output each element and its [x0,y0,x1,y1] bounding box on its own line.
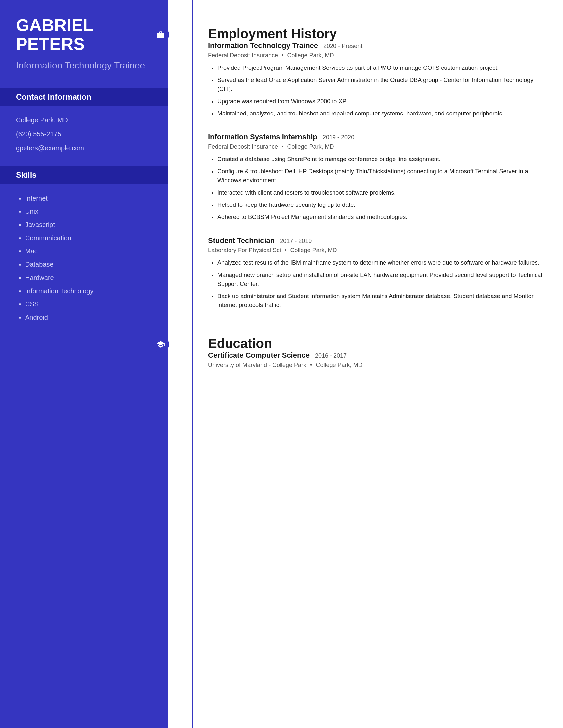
skill-item: Internet [25,194,156,203]
job-entry: Information Systems Internship 2019 - 20… [208,133,543,222]
job-dates: 2019 - 2020 [323,134,354,141]
candidate-name: GABRIEL PETERS [16,16,156,54]
job-bullet: Provided ProjectProgram Management Servi… [217,64,543,72]
contact-phone: (620) 555-2175 [16,129,156,139]
job-bullet: Analyzed test results of the IBM mainfra… [217,258,543,267]
job-bullet: Adhered to BCBSM Project Management stan… [217,213,543,222]
skills-list: Internet Unix Javascript Communication M… [16,194,156,322]
job-title: Information Systems Internship [208,133,317,141]
skill-item: Communication [25,233,156,243]
job-entry: Student Technician 2017 - 2019 Laborator… [208,236,543,310]
job-bullets: Created a database using SharePoint to m… [208,155,543,222]
education-section-title: Education [208,336,543,351]
employment-section: Employment History Information Technolog… [208,26,543,310]
skill-item: Information Technology [25,286,156,296]
job-dates: 2020 - Present [323,43,362,50]
employment-icon [152,26,169,43]
skill-item: Javascript [25,220,156,229]
edu-entry: Certificate Computer Science 2016 - 2017… [208,351,543,369]
job-title-row: Information Systems Internship 2019 - 20… [208,133,543,141]
skill-item: Android [25,313,156,322]
job-bullet: Interacted with client and testers to tr… [217,188,543,197]
sidebar: GABRIEL PETERS Information Technology Tr… [0,0,168,728]
job-bullet: Upgrade was required from Windows 2000 t… [217,97,543,106]
skill-item: Hardware [25,273,156,282]
education-icon [152,336,169,353]
skill-item: CSS [25,299,156,309]
skill-item: Unix [25,207,156,216]
education-section: Education Certificate Computer Science 2… [208,336,543,369]
timeline-line [192,0,193,728]
job-bullets: Provided ProjectProgram Management Servi… [208,64,543,118]
graduation-cap-icon [156,340,165,349]
job-company: Federal Deposit Insurance • College Park… [208,143,543,150]
skill-item: Database [25,260,156,269]
job-bullet: Served as the lead Oracle Application Se… [217,76,543,94]
contact-location: College Park, MD [16,115,156,125]
edu-school: University of Maryland - College Park • … [208,362,543,369]
skills-section-header: Skills [0,166,168,184]
job-title: Information Technology Trainee [208,41,318,50]
job-bullet: Maintained, analyzed, and troubleshot an… [217,109,543,118]
job-dates: 2017 - 2019 [280,238,312,245]
job-title-row: Student Technician 2017 - 2019 [208,236,543,245]
job-title: Student Technician [208,236,274,245]
job-bullet: Created a database using SharePoint to m… [217,155,543,164]
edu-degree: Certificate Computer Science [208,351,310,360]
job-bullets: Analyzed test results of the IBM mainfra… [208,258,543,310]
edu-title-row: Certificate Computer Science 2016 - 2017 [208,351,543,360]
job-bullet: Configure & troubleshoot Dell, HP Deskto… [217,167,543,185]
contact-section-header: Contact Information [0,88,168,106]
job-bullet: Helped to keep the hardware security log… [217,201,543,209]
candidate-title: Information Technology Trainee [16,60,156,71]
job-company: Federal Deposit Insurance • College Park… [208,52,543,59]
job-bullet: Managed new branch setup and installatio… [217,271,543,289]
job-company: Laboratory For Physical Sci • College Pa… [208,247,543,254]
job-title-row: Information Technology Trainee 2020 - Pr… [208,41,543,50]
skill-item: Mac [25,247,156,256]
employment-section-title: Employment History [208,26,543,41]
main-content: Employment History Information Technolog… [168,0,563,728]
contact-email: gpeters@example.com [16,143,156,153]
briefcase-icon [156,30,165,39]
job-entry: Information Technology Trainee 2020 - Pr… [208,41,543,118]
job-bullet: Back up administrator and Student inform… [217,292,543,310]
edu-dates: 2016 - 2017 [315,352,347,359]
